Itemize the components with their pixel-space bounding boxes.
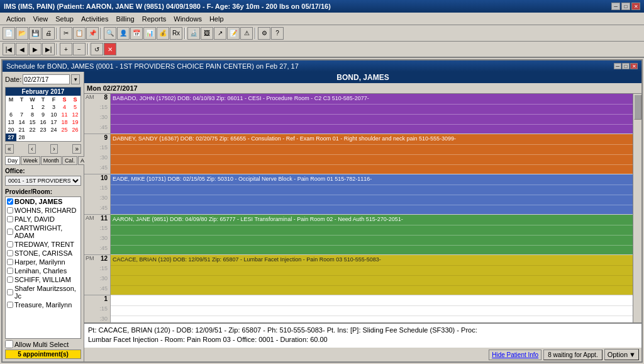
tb-search[interactable]: 🔍 <box>104 27 116 40</box>
allow-multi-checkbox[interactable] <box>5 340 13 348</box>
provider-cartwright[interactable]: CARTWRIGHT, ADAM <box>6 224 80 240</box>
provider-bond-james-checkbox[interactable] <box>7 198 13 205</box>
tb-alert[interactable]: ⚠ <box>240 27 253 40</box>
tb-print[interactable]: 🖨 <box>42 27 55 40</box>
cal-day-21[interactable]: 21 <box>16 126 27 134</box>
provider-wohns[interactable]: WOHNS, RICHARD <box>6 206 80 215</box>
cal-day-16[interactable]: 16 <box>38 118 48 126</box>
cal-day-27[interactable]: 27 <box>6 134 16 141</box>
provider-tredway-checkbox[interactable] <box>7 241 13 247</box>
cal-day-20[interactable]: 20 <box>6 126 16 134</box>
menu-activities[interactable]: Activities <box>77 14 112 24</box>
appt-hour-1pm[interactable] <box>111 295 633 322</box>
tb-img[interactable]: 🖼 <box>201 27 213 40</box>
date-dropdown-btn[interactable]: ▼ <box>71 74 80 84</box>
tb-cut[interactable]: ✂ <box>60 27 72 40</box>
cal-day-28[interactable]: 28 <box>16 134 27 141</box>
restore-button[interactable]: □ <box>621 3 630 10</box>
menu-reports[interactable]: Reports <box>138 14 170 24</box>
tb-bill[interactable]: 💰 <box>157 27 169 40</box>
cal-day-9[interactable]: 9 <box>38 111 48 118</box>
provider-bond-james[interactable]: BOND, JAMES <box>6 197 80 206</box>
tb-rx[interactable]: Rx <box>170 27 182 40</box>
cal-day-5[interactable]: 5 <box>70 103 80 111</box>
menu-help[interactable]: Help <box>206 14 228 24</box>
cal-nav-next[interactable]: › <box>50 144 57 154</box>
office-select[interactable]: 0001 - 1ST PROVIDERS <box>5 176 81 186</box>
scrollbar-thumb[interactable] <box>634 94 641 120</box>
tb-ref[interactable]: ↗ <box>214 27 226 40</box>
provider-harper[interactable]: Harper, Marilynn <box>6 258 80 266</box>
tb-patient[interactable]: 👤 <box>117 27 130 40</box>
cal-day-19[interactable]: 19 <box>70 118 80 126</box>
provider-lenihan[interactable]: Lenihan, Charles <box>6 266 80 275</box>
cal-day-8[interactable]: 8 <box>27 111 38 118</box>
tb2-add[interactable]: + <box>60 43 72 55</box>
appts-scroll-area[interactable]: BABADO, JOHN (17502) DOB: 04/10/93 Zip: … <box>111 94 633 322</box>
cal-day-2[interactable]: 2 <box>38 103 48 111</box>
provider-cartwright-checkbox[interactable] <box>7 229 13 235</box>
cal-day-6[interactable]: 6 <box>6 111 16 118</box>
cal-nav-first[interactable]: « <box>5 144 14 154</box>
provider-paly-checkbox[interactable] <box>7 216 13 222</box>
schedule-minimize[interactable]: ─ <box>614 63 621 69</box>
cal-day-14[interactable]: 14 <box>16 118 27 126</box>
provider-tredway[interactable]: TREDWAY, TRENT <box>6 240 80 249</box>
cal-day-4[interactable]: 4 <box>59 103 70 111</box>
cal-day-12[interactable]: 12 <box>70 111 80 118</box>
tb-chart[interactable]: 📊 <box>143 27 156 40</box>
tb-help[interactable]: ? <box>271 27 284 40</box>
menu-windows[interactable]: Windows <box>170 14 206 24</box>
tb-new[interactable]: 📄 <box>3 27 15 40</box>
cal-day-11[interactable]: 11 <box>59 111 70 118</box>
tb2-cancel[interactable]: ✕ <box>104 43 116 55</box>
tb-copy[interactable]: 📋 <box>73 27 86 40</box>
cal-day-23[interactable]: 23 <box>38 126 48 134</box>
tb-save[interactable]: 💾 <box>29 27 42 40</box>
menu-view[interactable]: View <box>30 14 52 24</box>
tb2-next[interactable]: ▶ <box>29 43 42 55</box>
cal-day-1[interactable]: 1 <box>27 103 38 111</box>
tb-schedule[interactable]: 📅 <box>130 27 143 40</box>
tb2-del[interactable]: − <box>73 43 86 55</box>
cal-day-24[interactable]: 24 <box>48 126 59 134</box>
provider-lenihan-checkbox[interactable] <box>7 268 13 274</box>
cal-day-13[interactable]: 13 <box>6 118 16 126</box>
appt-count[interactable]: 5 appointment(s) <box>5 350 81 359</box>
close-button[interactable]: ✕ <box>631 3 640 10</box>
tab-month[interactable]: Month <box>41 156 62 165</box>
menu-billing[interactable]: Billing <box>112 14 138 24</box>
tb-lab[interactable]: 🔬 <box>187 27 200 40</box>
tab-week[interactable]: Week <box>21 156 40 165</box>
tb2-first[interactable]: |◀ <box>3 43 15 55</box>
cal-day-17[interactable]: 17 <box>48 118 59 126</box>
cal-day-10[interactable]: 10 <box>48 111 59 118</box>
tab-cal[interactable]: Cal. <box>62 156 77 165</box>
schedule-close[interactable]: ✕ <box>630 63 638 69</box>
waiting-appt-btn[interactable]: 8 waiting for Appt. <box>543 350 602 360</box>
tb-note[interactable]: 📝 <box>227 27 240 40</box>
minimize-button[interactable]: ─ <box>611 3 620 10</box>
cal-day-26[interactable]: 26 <box>70 126 80 134</box>
cal-nav-last[interactable]: » <box>72 144 81 154</box>
provider-treasure[interactable]: Treasure, Marilynn <box>6 300 80 309</box>
provider-treasure-checkbox[interactable] <box>7 302 13 308</box>
provider-shafer-checkbox[interactable] <box>7 289 13 295</box>
scrollbar-track[interactable] <box>633 94 641 322</box>
cal-day-18[interactable]: 18 <box>59 118 70 126</box>
tab-day[interactable]: Day <box>5 156 20 165</box>
tb-open[interactable]: 📂 <box>16 27 28 40</box>
menu-action[interactable]: Action <box>3 14 30 24</box>
cal-nav-prev[interactable]: ‹ <box>28 144 35 154</box>
option-btn[interactable]: Option ▼ <box>604 349 639 360</box>
date-input[interactable] <box>23 74 70 84</box>
cal-day-7[interactable]: 7 <box>16 111 27 118</box>
provider-paly[interactable]: PALY, DAVID <box>6 215 80 224</box>
provider-wohns-checkbox[interactable] <box>7 207 13 213</box>
cal-day-25[interactable]: 25 <box>59 126 70 134</box>
provider-stone[interactable]: STONE, CARISSA <box>6 249 80 258</box>
cal-day-22[interactable]: 22 <box>27 126 38 134</box>
tb2-prev[interactable]: ◀ <box>16 43 28 55</box>
provider-stone-checkbox[interactable] <box>7 250 13 256</box>
provider-schiff[interactable]: SCHIFF, WILLIAM <box>6 275 80 284</box>
